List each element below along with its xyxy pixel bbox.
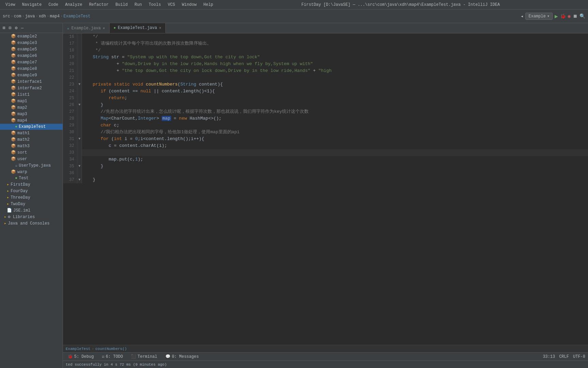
sidebar-item-example6[interactable]: 📦 example6 bbox=[0, 52, 63, 59]
sidebar-label: example8 bbox=[17, 66, 37, 71]
sidebar-label: example5 bbox=[17, 47, 37, 52]
line-gutter[interactable]: ▼ bbox=[77, 136, 82, 142]
terminal-tab[interactable]: ⬛ Terminal bbox=[129, 353, 159, 360]
sidebar-item-example7[interactable]: 📦 example7 bbox=[0, 59, 63, 65]
sidebar-label: UserType.java bbox=[19, 163, 51, 168]
messages-tab[interactable]: 💬 0: Messages bbox=[163, 353, 201, 360]
line-number: 37 bbox=[63, 177, 77, 183]
package-icon: 📦 bbox=[11, 47, 16, 52]
breadcrumb-xdh[interactable]: xdh bbox=[39, 14, 46, 19]
sidebar-item-usertype[interactable]: ☕ UserType.java bbox=[0, 162, 63, 169]
sidebar-label: map4 bbox=[17, 118, 27, 123]
breadcrumb-exampletest[interactable]: ExampleTest bbox=[63, 14, 90, 19]
line-gutter[interactable]: ▼ bbox=[77, 102, 82, 108]
sidebar-item-map1[interactable]: 📦 map1 bbox=[0, 98, 63, 104]
menu-build[interactable]: Build bbox=[113, 2, 130, 8]
code-line-18: 18 */ bbox=[63, 47, 588, 54]
line-content: c = content.charAt(i); bbox=[82, 142, 588, 149]
run-config[interactable]: Example ▾ bbox=[525, 13, 553, 20]
line-gutter[interactable]: ▼ bbox=[77, 177, 82, 183]
sidebar-item-interface1[interactable]: 📦 interface1 bbox=[0, 78, 63, 85]
sidebar-item-example5[interactable]: 📦 example5 bbox=[0, 46, 63, 52]
menu-window[interactable]: Window bbox=[179, 2, 199, 8]
title-bar: View Navigate Code Analyze Refactor Buil… bbox=[0, 0, 588, 10]
sidebar-item-threeday[interactable]: ▸ ThreeDay bbox=[0, 194, 63, 201]
menu-code[interactable]: Code bbox=[46, 2, 61, 8]
sidebar-settings-btn[interactable]: ⚙ bbox=[14, 25, 19, 31]
menu-view[interactable]: View bbox=[3, 2, 18, 8]
breadcrumb-java[interactable]: java bbox=[25, 14, 35, 19]
sidebar-item-math1[interactable]: 📦 math1 bbox=[0, 130, 63, 136]
sidebar-item-exampletest[interactable]: ● ExampleTest bbox=[0, 124, 63, 130]
sidebar-item-map3[interactable]: 📦 map3 bbox=[0, 111, 63, 117]
line-number: 19 bbox=[63, 54, 77, 61]
back-btn[interactable]: ◂ bbox=[521, 13, 523, 19]
search-button[interactable]: 🔍 bbox=[579, 13, 585, 19]
sidebar-item-map4[interactable]: 📦 map4 bbox=[0, 117, 63, 124]
sidebar-item-math2[interactable]: 📦 math2 bbox=[0, 136, 63, 143]
run-button[interactable]: ▶ bbox=[555, 13, 558, 20]
sidebar-item-twoday[interactable]: ▸ TwoDay bbox=[0, 201, 63, 207]
sidebar-item-libraries[interactable]: ▸ ⚙ Libraries bbox=[0, 214, 63, 220]
line-content: String str = "System up with the top dow… bbox=[82, 54, 588, 61]
sidebar-item-user[interactable]: 📦 user bbox=[0, 156, 63, 162]
menu-refactor[interactable]: Refactor bbox=[86, 2, 112, 8]
sidebar-item-java-consoles[interactable]: ▸ Java and Consoles bbox=[0, 220, 63, 227]
sidebar-expand-btn[interactable]: ⊞ bbox=[1, 25, 7, 31]
sidebar-item-example8[interactable]: 📦 example8 bbox=[0, 65, 63, 72]
menu-bar[interactable]: View Navigate Code Analyze Refactor Buil… bbox=[3, 2, 216, 8]
charset[interactable]: UTF-8 bbox=[573, 354, 585, 359]
line-gutter bbox=[77, 108, 82, 115]
package-icon: 📦 bbox=[11, 156, 16, 162]
breadcrumb-map4[interactable]: map4 bbox=[50, 14, 60, 19]
line-gutter bbox=[77, 54, 82, 61]
line-gutter[interactable]: ▼ bbox=[77, 81, 82, 88]
sidebar-collapse-btn[interactable]: ⊟ bbox=[7, 25, 13, 31]
line-gutter bbox=[77, 40, 82, 47]
sidebar-label: FourDay bbox=[11, 189, 28, 194]
tab-close-btn[interactable]: ✕ bbox=[103, 26, 105, 30]
todo-tab[interactable]: ☑ 6: TODO bbox=[100, 353, 125, 360]
sidebar-minimize-btn[interactable]: — bbox=[19, 25, 25, 31]
tab-example-java[interactable]: ☕ Example.java ✕ bbox=[63, 23, 110, 33]
sidebar-item-jseiml[interactable]: 📄 JSE.iml bbox=[0, 207, 63, 214]
sidebar-item-example9[interactable]: 📦 example9 bbox=[0, 72, 63, 78]
line-gutter[interactable]: ▼ bbox=[77, 163, 82, 170]
debug-tab[interactable]: 🐞 5: Debug bbox=[66, 353, 96, 360]
sidebar-item-firstday[interactable]: ▸ FirstDay bbox=[0, 181, 63, 188]
sidebar-item-math3[interactable]: 📦 math3 bbox=[0, 143, 63, 149]
menu-analyze[interactable]: Analyze bbox=[62, 2, 85, 8]
sidebar-item-example3[interactable]: 📦 example3 bbox=[0, 40, 63, 46]
line-endings[interactable]: CRLF bbox=[559, 354, 569, 359]
nav-path-class[interactable]: ExampleTest bbox=[66, 347, 91, 351]
sidebar-label: ⚙ Libraries bbox=[8, 214, 35, 219]
stop-button[interactable]: ⏹ bbox=[573, 14, 577, 19]
sidebar-item-fourday[interactable]: ▸ FourDay bbox=[0, 188, 63, 194]
code-editor[interactable]: 16 */ 17 * 请编程统计其中每个字符出现的次数并按次数降序输出。 18 … bbox=[63, 33, 588, 345]
coverage-button[interactable]: ◉ bbox=[568, 13, 571, 19]
menu-run[interactable]: Run bbox=[132, 2, 145, 8]
breadcrumb-com[interactable]: com bbox=[14, 14, 21, 19]
folder-icon: ▸ bbox=[4, 214, 6, 219]
sidebar-toolbar: ⊞ ⊟ ⚙ — bbox=[0, 23, 63, 33]
debug-button[interactable]: 🐞 bbox=[560, 13, 566, 19]
line-number: 27 bbox=[63, 108, 77, 115]
line-content: //我们相办法把出现相同的字母，给他加1做处理，使用map里面的api bbox=[82, 129, 588, 136]
menu-vcs[interactable]: VCS bbox=[165, 2, 178, 8]
breadcrumb-src[interactable]: src bbox=[3, 14, 10, 19]
sidebar-item-sort[interactable]: 📦 sort bbox=[0, 149, 63, 156]
sidebar-label: example2 bbox=[17, 34, 37, 39]
sidebar-item-list1[interactable]: 📦 list1 bbox=[0, 91, 63, 98]
menu-navigate[interactable]: Navigate bbox=[19, 2, 45, 8]
todo-tab-icon: ☑ bbox=[102, 354, 104, 359]
menu-tools[interactable]: Tools bbox=[146, 2, 164, 8]
sidebar-item-example2[interactable]: 📦 example2 bbox=[0, 33, 63, 40]
sidebar-item-interface2[interactable]: 📦 interface2 bbox=[0, 85, 63, 91]
tab-exampletest-java[interactable]: ● ExampleTest.java ✕ bbox=[110, 23, 166, 33]
sidebar-item-test[interactable]: ● Test bbox=[0, 175, 63, 181]
sidebar-item-warp[interactable]: 📦 warp bbox=[0, 169, 63, 175]
nav-path-method[interactable]: countNumbers() bbox=[95, 347, 127, 351]
tab-close-btn[interactable]: ✕ bbox=[159, 26, 162, 30]
sidebar-item-map2[interactable]: 📦 map2 bbox=[0, 104, 63, 111]
menu-help[interactable]: Help bbox=[201, 2, 216, 8]
